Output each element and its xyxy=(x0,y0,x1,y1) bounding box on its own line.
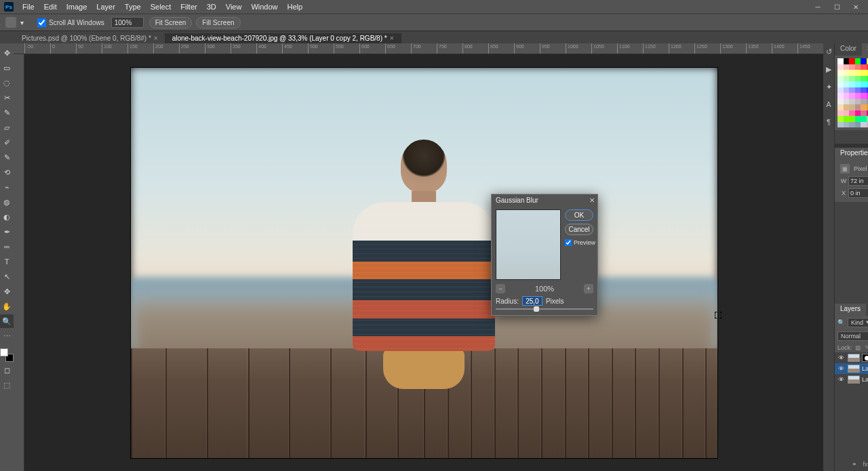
scroll-all-checkbox[interactable] xyxy=(37,18,46,27)
width-input[interactable] xyxy=(848,176,868,186)
maximize-button[interactable]: ☐ xyxy=(827,0,846,14)
tool-0[interactable]: ✥ xyxy=(0,46,14,60)
tool-18[interactable]: 🔍 xyxy=(0,314,14,328)
swatch[interactable] xyxy=(849,99,855,105)
zoom-input[interactable] xyxy=(111,17,144,28)
swatch[interactable] xyxy=(837,81,844,87)
swatch[interactable] xyxy=(849,87,855,94)
swatch[interactable] xyxy=(855,76,861,82)
cancel-button[interactable]: Cancel xyxy=(565,224,593,235)
swatch[interactable] xyxy=(855,116,861,122)
layer-fx-icon[interactable]: fx xyxy=(861,460,868,468)
swatch[interactable] xyxy=(855,99,861,105)
tool-14[interactable]: T xyxy=(0,255,14,268)
swatches-tab[interactable]: Swatches xyxy=(862,43,868,56)
tool-5[interactable]: ▱ xyxy=(0,121,14,134)
layer-thumbnail[interactable] xyxy=(848,354,860,362)
menu-type[interactable]: Type xyxy=(120,1,146,13)
swatch[interactable] xyxy=(855,58,861,64)
preview-checkbox-row[interactable]: Preview xyxy=(565,239,593,246)
tool-19[interactable]: ⋯ xyxy=(0,329,14,343)
tool-8[interactable]: ⟲ xyxy=(0,165,14,179)
swatch[interactable] xyxy=(844,93,850,99)
swatch[interactable] xyxy=(849,116,855,122)
tool-12[interactable]: ✒ xyxy=(0,225,14,239)
swatch[interactable] xyxy=(844,81,850,87)
dialog-titlebar[interactable]: Gaussian Blur ✕ xyxy=(492,194,597,205)
menu-image[interactable]: Image xyxy=(62,1,92,13)
menu-file[interactable]: File xyxy=(18,1,39,13)
kind-filter[interactable]: Kind xyxy=(848,318,868,327)
tool-4[interactable]: ✎ xyxy=(0,106,14,119)
tool-1[interactable]: ▭ xyxy=(0,61,14,75)
swatch[interactable] xyxy=(849,81,855,87)
tool-9[interactable]: ⌁ xyxy=(0,180,14,194)
swatch[interactable] xyxy=(861,70,867,76)
swatch[interactable] xyxy=(861,58,867,64)
character-icon[interactable]: A xyxy=(823,99,834,110)
visibility-icon[interactable]: 👁 xyxy=(837,354,845,362)
swatch[interactable] xyxy=(849,58,855,64)
layer-thumbnail[interactable] xyxy=(848,365,860,373)
swatch[interactable] xyxy=(844,110,850,117)
screen-mode-icon[interactable]: ⬚ xyxy=(0,378,14,392)
swatch[interactable] xyxy=(855,64,861,70)
radius-slider-thumb[interactable] xyxy=(534,306,539,312)
x-input[interactable] xyxy=(848,188,868,198)
color-tab[interactable]: Color xyxy=(835,43,862,56)
layer-row[interactable]: 👁Layer 0 copy xyxy=(835,352,868,363)
tool-15[interactable]: ↖ xyxy=(0,270,14,283)
swatch[interactable] xyxy=(837,87,844,94)
swatch[interactable] xyxy=(855,70,861,76)
zoom-in-button[interactable]: + xyxy=(584,284,593,293)
swatch[interactable] xyxy=(849,64,855,70)
swatch[interactable] xyxy=(855,93,861,99)
swatch[interactable] xyxy=(837,99,844,105)
menu-help[interactable]: Help xyxy=(283,1,308,13)
swatch[interactable] xyxy=(861,93,867,99)
swatch[interactable] xyxy=(837,110,844,117)
swatch[interactable] xyxy=(837,116,844,122)
document-tab[interactable]: Pictures.psd @ 100% (Ebene 0, RGB/8#) *× xyxy=(15,33,165,43)
menu-window[interactable]: Window xyxy=(246,1,282,13)
swatch[interactable] xyxy=(844,76,850,82)
ok-button[interactable]: OK xyxy=(565,209,593,221)
swatch[interactable] xyxy=(837,122,844,128)
swatch[interactable] xyxy=(844,58,850,64)
blend-mode-select[interactable]: Normal xyxy=(837,331,868,341)
swatch[interactable] xyxy=(837,70,844,76)
lock-pixels-icon[interactable]: ✎ xyxy=(865,344,868,351)
swatch[interactable] xyxy=(844,116,850,122)
radius-input[interactable] xyxy=(522,296,542,306)
swatch[interactable] xyxy=(855,81,861,87)
layers-tab[interactable]: Layers xyxy=(835,304,866,316)
menu-view[interactable]: View xyxy=(221,1,247,13)
close-button[interactable]: ✕ xyxy=(846,0,865,14)
layer-thumbnail[interactable] xyxy=(848,375,860,384)
fg-bg-swatch[interactable] xyxy=(0,348,14,362)
layer-row[interactable]: 👁Layer 0 copy 2 xyxy=(835,363,868,374)
swatch[interactable] xyxy=(844,64,850,70)
swatch[interactable] xyxy=(844,122,850,128)
dialog-close-button[interactable]: ✕ xyxy=(589,197,595,204)
swatch[interactable] xyxy=(861,104,867,110)
tool-10[interactable]: ◍ xyxy=(0,195,14,209)
tool-16[interactable]: ✥ xyxy=(0,285,14,298)
brushes-icon[interactable]: ✦ xyxy=(823,81,834,92)
swatch[interactable] xyxy=(844,104,850,110)
tab-close-icon[interactable]: × xyxy=(154,35,158,42)
menu-select[interactable]: Select xyxy=(146,1,176,13)
tool-dropdown-arrow[interactable]: ▾ xyxy=(20,19,24,26)
quick-mask-icon[interactable]: ◻ xyxy=(0,363,14,377)
swatch[interactable] xyxy=(861,76,867,82)
radius-slider[interactable] xyxy=(496,308,593,310)
link-layers-icon[interactable]: ⚭ xyxy=(850,460,859,468)
swatch[interactable] xyxy=(849,104,855,110)
swatch[interactable] xyxy=(861,99,867,105)
swatch[interactable] xyxy=(837,76,844,82)
swatch[interactable] xyxy=(844,99,850,105)
history-icon[interactable]: ↺ xyxy=(823,46,834,57)
tool-11[interactable]: ◐ xyxy=(0,210,14,224)
tool-13[interactable]: ═ xyxy=(0,240,14,253)
swatch[interactable] xyxy=(855,110,861,117)
